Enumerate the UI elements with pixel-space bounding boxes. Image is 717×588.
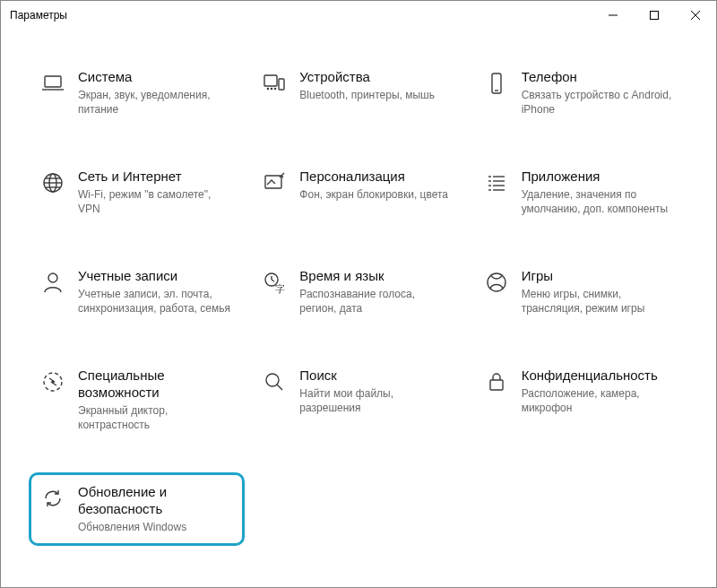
tile-search[interactable]: ПоискНайти мои файлы, разрешения [258, 364, 458, 436]
content-area: СистемаЭкран, звук, уведомления, питание… [1, 30, 716, 538]
minimize-icon [609, 11, 618, 20]
settings-grid: СистемаЭкран, звук, уведомления, питание… [37, 65, 680, 538]
personalization-icon [260, 169, 289, 195]
window-controls [592, 1, 716, 30]
maximize-button[interactable] [634, 1, 675, 30]
update-icon [39, 484, 67, 511]
tile-desc: Экран, звук, уведомления, питание [78, 88, 230, 117]
tile-text: Обновление и безопасностьОбновления Wind… [78, 484, 235, 534]
tile-desc: Расположение, камера, микрофон [522, 386, 674, 415]
tile-system[interactable]: СистемаЭкран, звук, уведомления, питание [37, 65, 237, 120]
tile-network[interactable]: Сеть и ИнтернетWi-Fi, режим "в самолете"… [37, 165, 237, 220]
tile-phone[interactable]: ТелефонСвязать устройство с Android, iPh… [480, 65, 680, 120]
tile-desc: Bluetooth, принтеры, мышь [299, 88, 435, 102]
tile-title: Приложения [522, 169, 674, 186]
tile-text: ПоискНайти мои файлы, разрешения [299, 368, 452, 415]
close-button[interactable] [675, 1, 716, 30]
search-icon [260, 368, 289, 394]
tile-title: Поиск [299, 368, 452, 385]
minimize-button[interactable] [592, 1, 634, 30]
tile-desc: Обновления Windows [78, 520, 230, 534]
devices-icon [260, 69, 289, 96]
tile-desc: Связать устройство с Android, iPhone [522, 88, 674, 117]
close-icon [691, 11, 700, 20]
tile-title: Телефон [522, 69, 674, 86]
tile-title: Конфиденциальность [522, 368, 674, 385]
tile-desc: Wi-Fi, режим "в самолете", VPN [78, 187, 230, 216]
person-icon [39, 268, 67, 295]
tile-privacy[interactable]: КонфиденциальностьРасположение, камера, … [480, 364, 680, 436]
tile-text: ИгрыМеню игры, снимки, трансляция, режим… [522, 268, 674, 316]
lock-icon [482, 368, 511, 394]
tile-title: Игры [522, 268, 674, 285]
tile-desc: Распознавание голоса, регион, дата [299, 287, 452, 316]
laptop-icon [39, 69, 67, 96]
tile-text: СистемаЭкран, звук, уведомления, питание [78, 69, 230, 117]
tile-accounts[interactable]: Учетные записиУчетные записи, эл. почта,… [37, 264, 237, 319]
tile-title: Устройства [299, 69, 435, 86]
svg-rect-1 [651, 12, 659, 20]
tile-time[interactable]: Время и языкРаспознавание голоса, регион… [258, 264, 458, 319]
tile-desc: Удаление, значения по умолчанию, доп. ко… [522, 187, 674, 216]
tile-desc: Найти мои файлы, разрешения [299, 386, 452, 415]
tile-title: Специальные возможности [78, 368, 235, 402]
tile-desc: Фон, экран блокировки, цвета [299, 187, 448, 202]
tile-ease[interactable]: Специальные возможностиЭкранный диктор, … [37, 364, 237, 436]
phone-icon [482, 69, 511, 96]
window-title: Параметры [10, 9, 67, 22]
tile-text: ПерсонализацияФон, экран блокировки, цве… [299, 169, 448, 202]
tile-desc: Экранный диктор, контрастность [78, 403, 230, 432]
tile-title: Система [78, 69, 230, 86]
tile-devices[interactable]: УстройстваBluetooth, принтеры, мышь [258, 65, 458, 120]
time-language-icon [260, 268, 289, 295]
tile-text: Учетные записиУчетные записи, эл. почта,… [78, 268, 230, 316]
tile-gaming[interactable]: ИгрыМеню игры, снимки, трансляция, режим… [480, 264, 680, 319]
tile-desc: Меню игры, снимки, трансляция, режим игр… [522, 287, 674, 316]
tile-text: КонфиденциальностьРасположение, камера, … [522, 368, 674, 415]
tile-personalization[interactable]: ПерсонализацияФон, экран блокировки, цве… [258, 165, 458, 220]
tile-text: Сеть и ИнтернетWi-Fi, режим "в самолете"… [78, 169, 230, 216]
titlebar: Параметры [1, 1, 716, 30]
tile-title: Сеть и Интернет [78, 169, 230, 186]
ease-of-access-icon [39, 368, 67, 394]
tile-apps[interactable]: ПриложенияУдаление, значения по умолчани… [480, 165, 680, 220]
maximize-icon [650, 11, 659, 20]
tile-title: Обновление и безопасность [78, 484, 235, 518]
apps-icon [482, 169, 511, 195]
tile-text: ТелефонСвязать устройство с Android, iPh… [522, 69, 674, 117]
tile-update[interactable]: Обновление и безопасностьОбновления Wind… [29, 472, 245, 546]
globe-icon [39, 169, 67, 195]
tile-desc: Учетные записи, эл. почта, синхронизация… [78, 287, 230, 316]
tile-text: Специальные возможностиЭкранный диктор, … [78, 368, 235, 432]
tile-title: Учетные записи [78, 268, 230, 285]
tile-title: Время и язык [299, 268, 452, 285]
tile-title: Персонализация [299, 169, 448, 186]
tile-text: ПриложенияУдаление, значения по умолчани… [522, 169, 674, 216]
xbox-icon [482, 268, 511, 295]
tile-text: УстройстваBluetooth, принтеры, мышь [299, 69, 435, 102]
tile-text: Время и языкРаспознавание голоса, регион… [299, 268, 452, 316]
